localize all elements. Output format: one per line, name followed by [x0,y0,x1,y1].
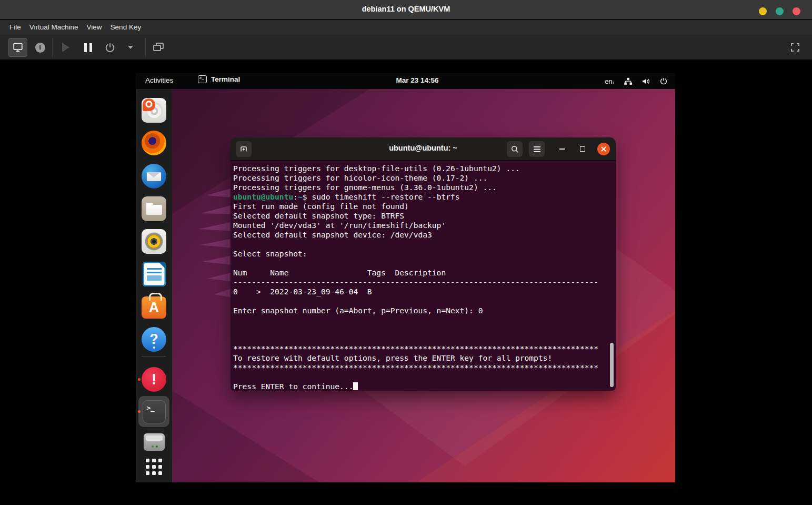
close-button[interactable] [793,7,800,15]
pause-icon [84,43,92,52]
dock-item-update-notifier[interactable]: ! [141,367,167,392]
rhythmbox-icon [142,229,166,254]
dock-separator [142,356,166,357]
dock-item-files[interactable] [141,196,167,222]
fullscreen-icon [790,42,800,53]
clock-button[interactable]: Mar 23 14:56 [386,76,449,84]
drive-icon [144,433,165,451]
terminal-window: ubuntu@ubuntu: ~ [230,137,616,391]
monitor-icon [12,42,24,53]
dock-item-help[interactable]: ? [141,326,167,352]
terminal-body[interactable]: Processing triggers for desktop-file-uti… [230,161,616,391]
show-apps-icon [146,459,162,475]
thunderbird-icon [142,164,166,189]
volume-icon[interactable] [641,77,650,86]
gnome-topbar: Activities >_ Terminal Mar 23 14:56 en₁ [136,73,675,89]
dock-item-ubuntu-software[interactable]: A [141,293,167,319]
dock-item-drive[interactable] [141,429,167,455]
activities-button[interactable]: Activities [145,76,173,84]
libreoffice-writer-icon [143,262,166,286]
vm-screen: Activities >_ Terminal Mar 23 14:56 en₁ [136,73,675,482]
virtual-displays-button[interactable] [149,38,168,57]
fullscreen-button[interactable] [786,38,805,57]
app-menu-button[interactable]: >_ Terminal [198,75,240,83]
minimize-window-button[interactable] [556,143,568,155]
dock-item-thunderbird[interactable] [141,163,167,189]
network-wired-icon[interactable] [624,77,633,86]
dock-item-ubuntu-installer[interactable] [141,97,167,123]
pause-button[interactable] [78,38,97,57]
terminal-scrollbar[interactable] [610,343,614,387]
window-titlebar: debian11 on QEMU/KVM [0,0,812,19]
menu-virtual-machine[interactable]: Virtual Machine [29,23,78,31]
dock: A?!>_ [136,89,172,482]
dock-item-firefox[interactable] [141,130,167,156]
power-icon[interactable] [659,77,668,85]
help-icon: ? [142,327,166,352]
maximize-icon [580,146,585,152]
files-icon [142,196,166,221]
chevron-down-icon [128,46,133,49]
firefox-icon [142,131,166,155]
dock-item-rhythmbox[interactable] [141,229,167,254]
keyboard-layout-indicator[interactable]: en₁ [605,77,615,85]
minimize-icon [559,148,565,150]
play-icon [62,43,69,52]
terminal-icon: >_ [143,400,166,423]
terminal-icon: >_ [198,75,207,83]
app-menu-label: Terminal [211,75,240,83]
ubuntu-software-icon: A [142,296,166,319]
menu-button[interactable] [529,141,545,157]
run-button[interactable] [56,38,75,57]
vm-information-button[interactable]: i [31,38,49,57]
toolbar: i [0,34,812,60]
wallpaper-rays [199,184,233,305]
shutdown-menu-button[interactable] [123,38,138,57]
menu-file[interactable]: File [9,23,21,31]
update-notifier-icon: ! [142,367,166,392]
search-icon [510,145,519,154]
menubar: File Virtual Machine View Send Key [0,20,812,34]
new-tab-icon [239,144,248,154]
new-tab-button[interactable] [236,141,252,157]
search-button[interactable] [507,141,523,157]
maximize-button[interactable] [776,7,784,15]
close-icon [600,146,607,152]
power-icon [104,42,116,53]
dock-item-libreoffice-writer[interactable] [141,261,167,287]
hamburger-icon [533,146,541,153]
terminal-title: ubuntu@ubuntu: ~ [336,144,510,152]
system-status-area[interactable]: en₁ [605,73,668,89]
ubuntu-installer-icon [142,98,166,123]
dock-item-show-apps[interactable] [141,454,167,480]
window-title: debian11 on QEMU/KVM [0,5,812,13]
maximize-window-button[interactable] [577,143,588,155]
shutdown-button[interactable] [101,38,119,57]
close-window-button[interactable] [597,143,610,155]
graphical-console-button[interactable] [8,38,27,57]
info-icon: i [35,43,45,53]
menu-send-key[interactable]: Send Key [111,23,142,31]
minimize-button[interactable] [759,7,767,15]
vm-console-area: Activities >_ Terminal Mar 23 14:56 en₁ [0,60,812,505]
terminal-headerbar[interactable]: ubuntu@ubuntu: ~ [230,137,616,161]
menu-view[interactable]: View [87,23,102,31]
dock-item-terminal[interactable]: >_ [138,396,169,427]
displays-icon [152,41,165,54]
